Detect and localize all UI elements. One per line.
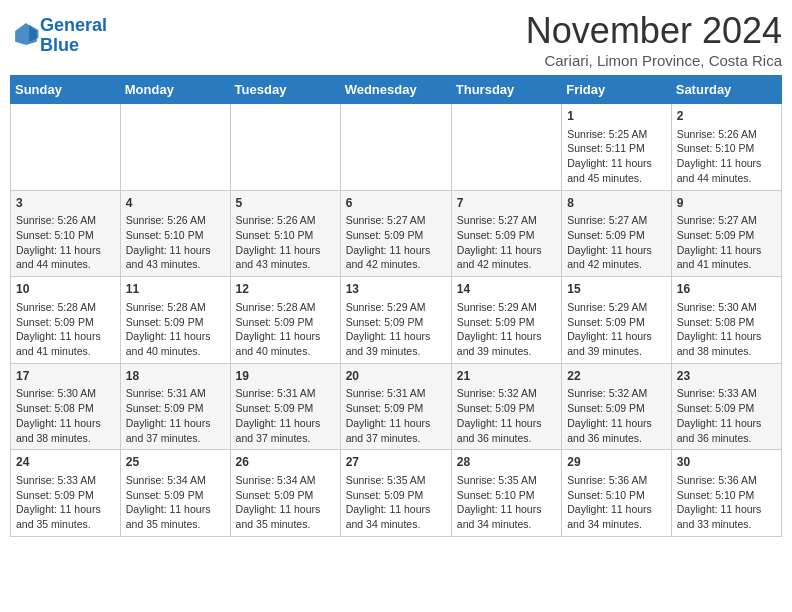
day-info: Sunrise: 5:33 AM: [16, 473, 115, 488]
calendar-cell: 25Sunrise: 5:34 AMSunset: 5:09 PMDayligh…: [120, 450, 230, 537]
calendar-cell: 26Sunrise: 5:34 AMSunset: 5:09 PMDayligh…: [230, 450, 340, 537]
week-row-1: 1Sunrise: 5:25 AMSunset: 5:11 PMDaylight…: [11, 104, 782, 191]
calendar-cell: 12Sunrise: 5:28 AMSunset: 5:09 PMDayligh…: [230, 277, 340, 364]
day-info: Sunset: 5:10 PM: [677, 488, 776, 503]
calendar-cell: [230, 104, 340, 191]
day-number: 11: [126, 281, 225, 298]
day-info: Sunset: 5:09 PM: [126, 488, 225, 503]
week-row-3: 10Sunrise: 5:28 AMSunset: 5:09 PMDayligh…: [11, 277, 782, 364]
day-info: Daylight: 11 hours and 36 minutes.: [457, 416, 556, 445]
column-header-friday: Friday: [562, 76, 672, 104]
location: Cariari, Limon Province, Costa Rica: [526, 52, 782, 69]
day-info: Daylight: 11 hours and 40 minutes.: [126, 329, 225, 358]
day-info: Daylight: 11 hours and 41 minutes.: [677, 243, 776, 272]
day-info: Sunset: 5:09 PM: [236, 315, 335, 330]
day-info: Sunset: 5:10 PM: [567, 488, 666, 503]
day-info: Daylight: 11 hours and 37 minutes.: [346, 416, 446, 445]
day-info: Sunrise: 5:29 AM: [457, 300, 556, 315]
day-info: Daylight: 11 hours and 39 minutes.: [346, 329, 446, 358]
svg-marker-1: [29, 24, 38, 41]
calendar-cell: 23Sunrise: 5:33 AMSunset: 5:09 PMDayligh…: [671, 363, 781, 450]
day-info: Sunrise: 5:28 AM: [16, 300, 115, 315]
day-info: Sunset: 5:10 PM: [126, 228, 225, 243]
day-number: 17: [16, 368, 115, 385]
day-info: Daylight: 11 hours and 45 minutes.: [567, 156, 666, 185]
day-info: Sunset: 5:09 PM: [346, 401, 446, 416]
day-number: 7: [457, 195, 556, 212]
column-header-saturday: Saturday: [671, 76, 781, 104]
page-header: General Blue November 2024 Cariari, Limo…: [10, 10, 782, 69]
calendar-cell: 6Sunrise: 5:27 AMSunset: 5:09 PMDaylight…: [340, 190, 451, 277]
day-info: Sunset: 5:09 PM: [457, 401, 556, 416]
calendar-cell: 8Sunrise: 5:27 AMSunset: 5:09 PMDaylight…: [562, 190, 672, 277]
day-number: 26: [236, 454, 335, 471]
day-info: Sunset: 5:09 PM: [677, 228, 776, 243]
column-header-thursday: Thursday: [451, 76, 561, 104]
day-info: Daylight: 11 hours and 43 minutes.: [236, 243, 335, 272]
calendar-cell: [340, 104, 451, 191]
day-number: 25: [126, 454, 225, 471]
day-info: Sunrise: 5:26 AM: [677, 127, 776, 142]
day-info: Sunset: 5:10 PM: [16, 228, 115, 243]
day-info: Daylight: 11 hours and 43 minutes.: [126, 243, 225, 272]
day-number: 24: [16, 454, 115, 471]
day-info: Sunset: 5:10 PM: [677, 141, 776, 156]
day-number: 21: [457, 368, 556, 385]
column-headers: SundayMondayTuesdayWednesdayThursdayFrid…: [11, 76, 782, 104]
calendar-cell: 18Sunrise: 5:31 AMSunset: 5:09 PMDayligh…: [120, 363, 230, 450]
column-header-wednesday: Wednesday: [340, 76, 451, 104]
calendar-cell: 28Sunrise: 5:35 AMSunset: 5:10 PMDayligh…: [451, 450, 561, 537]
day-info: Sunset: 5:09 PM: [126, 315, 225, 330]
calendar-cell: 15Sunrise: 5:29 AMSunset: 5:09 PMDayligh…: [562, 277, 672, 364]
day-number: 12: [236, 281, 335, 298]
day-number: 14: [457, 281, 556, 298]
day-info: Daylight: 11 hours and 42 minutes.: [457, 243, 556, 272]
day-info: Sunset: 5:09 PM: [457, 228, 556, 243]
day-number: 13: [346, 281, 446, 298]
day-info: Sunrise: 5:31 AM: [126, 386, 225, 401]
day-number: 1: [567, 108, 666, 125]
calendar-cell: 11Sunrise: 5:28 AMSunset: 5:09 PMDayligh…: [120, 277, 230, 364]
day-info: Daylight: 11 hours and 40 minutes.: [236, 329, 335, 358]
day-info: Sunset: 5:09 PM: [457, 315, 556, 330]
day-info: Daylight: 11 hours and 37 minutes.: [126, 416, 225, 445]
day-info: Daylight: 11 hours and 38 minutes.: [16, 416, 115, 445]
calendar-cell: 27Sunrise: 5:35 AMSunset: 5:09 PMDayligh…: [340, 450, 451, 537]
day-number: 28: [457, 454, 556, 471]
day-number: 2: [677, 108, 776, 125]
day-info: Sunrise: 5:34 AM: [126, 473, 225, 488]
week-row-5: 24Sunrise: 5:33 AMSunset: 5:09 PMDayligh…: [11, 450, 782, 537]
day-info: Sunrise: 5:29 AM: [346, 300, 446, 315]
day-info: Sunrise: 5:27 AM: [677, 213, 776, 228]
day-info: Sunrise: 5:30 AM: [677, 300, 776, 315]
day-info: Sunset: 5:09 PM: [236, 488, 335, 503]
day-info: Sunrise: 5:34 AM: [236, 473, 335, 488]
calendar-cell: 19Sunrise: 5:31 AMSunset: 5:09 PMDayligh…: [230, 363, 340, 450]
day-info: Sunrise: 5:27 AM: [567, 213, 666, 228]
day-info: Sunrise: 5:27 AM: [457, 213, 556, 228]
day-number: 3: [16, 195, 115, 212]
day-info: Daylight: 11 hours and 33 minutes.: [677, 502, 776, 531]
day-info: Sunrise: 5:27 AM: [346, 213, 446, 228]
day-info: Daylight: 11 hours and 39 minutes.: [567, 329, 666, 358]
day-info: Sunset: 5:09 PM: [346, 315, 446, 330]
calendar-cell: 3Sunrise: 5:26 AMSunset: 5:10 PMDaylight…: [11, 190, 121, 277]
day-info: Sunset: 5:09 PM: [677, 401, 776, 416]
column-header-sunday: Sunday: [11, 76, 121, 104]
calendar-cell: 9Sunrise: 5:27 AMSunset: 5:09 PMDaylight…: [671, 190, 781, 277]
calendar-cell: 30Sunrise: 5:36 AMSunset: 5:10 PMDayligh…: [671, 450, 781, 537]
calendar-cell: 24Sunrise: 5:33 AMSunset: 5:09 PMDayligh…: [11, 450, 121, 537]
day-info: Daylight: 11 hours and 35 minutes.: [236, 502, 335, 531]
day-info: Sunset: 5:09 PM: [16, 315, 115, 330]
day-info: Sunrise: 5:35 AM: [457, 473, 556, 488]
day-info: Daylight: 11 hours and 35 minutes.: [126, 502, 225, 531]
day-info: Sunrise: 5:33 AM: [677, 386, 776, 401]
day-number: 8: [567, 195, 666, 212]
day-info: Sunrise: 5:36 AM: [567, 473, 666, 488]
day-number: 23: [677, 368, 776, 385]
month-title: November 2024: [526, 10, 782, 52]
day-info: Sunrise: 5:31 AM: [346, 386, 446, 401]
day-info: Sunset: 5:08 PM: [677, 315, 776, 330]
day-info: Daylight: 11 hours and 42 minutes.: [567, 243, 666, 272]
day-info: Sunrise: 5:28 AM: [236, 300, 335, 315]
